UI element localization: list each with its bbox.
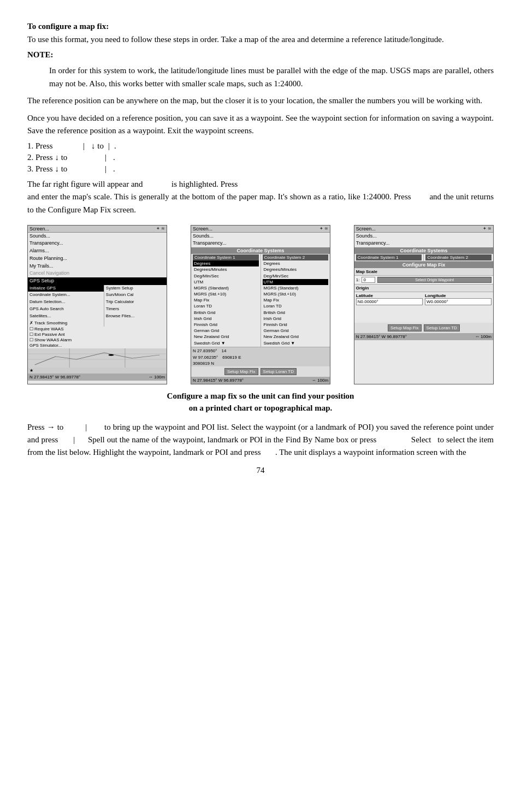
step-2-dot: . (113, 153, 115, 162)
screen2-coord1: Coordinate System 1 Degrees Degrees/Minu… (191, 254, 261, 347)
screen2-coord-row: Coordinate System 1 Degrees Degrees/Minu… (191, 254, 330, 347)
screen2-c2-mapfix: Map Fix (263, 297, 329, 303)
step-3-dot: . (113, 164, 115, 174)
screen1-waas4: GPS Simulator... (29, 343, 165, 348)
screen2-c2-irish: Irish Grid (263, 316, 329, 322)
screen2-irish: Irish Grid (193, 316, 259, 322)
screen3-cfg-section: Configure Map Fix (354, 262, 493, 268)
screen1-submenu-left: Initialize GPS Coordinate System... Datu… (28, 285, 104, 327)
screen3-scale-prefix: 1: (356, 277, 360, 282)
screen1-sounds: Sounds... (28, 233, 167, 240)
step-3-label: 3. Press ↓ to (27, 164, 98, 174)
screen2-c2-british: British Grid (263, 310, 329, 316)
step-1-label: 1. Press (27, 141, 76, 151)
screen3-select-origin-btn[interactable]: Select Origin Waypoint (377, 277, 492, 283)
screen2-c2-mgrs10: MGRS (Std.+10) (263, 291, 329, 297)
screen1-map-area (28, 348, 167, 368)
screen2-btns: Setup Map Fix Setup Loran TD (191, 366, 330, 377)
para3-part2: is highlighted. Press (171, 180, 238, 188)
para3: The far right figure will appear and is … (27, 178, 494, 216)
screen3-setup-map-fix[interactable]: Setup Map Fix (388, 324, 422, 331)
screen3-btns: Setup Map Fix Setup Loran TD (354, 323, 493, 333)
screen3-lon-dir: W (427, 299, 431, 304)
screen1-trails: My Trails... (28, 263, 167, 270)
screen1-system: System Setup (104, 285, 167, 292)
para4-bar: | (85, 423, 87, 431)
screen2-c2-nz: New Zealand Grid (263, 334, 329, 340)
caption-line1: Configure a map fix so the unit can find… (167, 392, 354, 400)
screen2-c2-degmin: Degrees/Minutes (263, 266, 329, 272)
note-heading: NOTE: (27, 50, 494, 60)
svg-point-4 (108, 354, 114, 356)
screen3-coord1-hdr: Coordinate System 1 (354, 254, 424, 261)
screen3-lat-val: 0.00000° (361, 299, 378, 304)
screen2-coords-bottom: N 27.98415° W 96.89778° ↔ 100m (191, 377, 330, 384)
screen3-map-scale-row: Map Scale (354, 268, 493, 276)
screen3-transparency: Transparency... (354, 240, 493, 247)
screen1-coord: Coordinate System... (28, 292, 104, 299)
screen3-origin-label: Origin (356, 286, 369, 291)
steps-list: 1. Press | ↓ to | . 2. Press ↓ to | . 3.… (27, 141, 494, 174)
screen3-lon-col: Longitude W 0.00000° (425, 293, 492, 305)
screen1-browse: Browse Files... (104, 313, 167, 320)
screen2-degminsec: Deg/Min/Sec (193, 273, 259, 279)
screen2-transparency: Transparency... (191, 240, 330, 247)
screen2-coord2-header: Coordinate System 2 (263, 254, 329, 260)
screen2-setup-map-fix[interactable]: Setup Map Fix (224, 368, 258, 375)
para3-part1: The far right figure will appear and (27, 180, 143, 188)
caption-line2: on a printed chart or topographical map. (189, 404, 333, 412)
section-heading: To configure a map fix: (27, 22, 494, 31)
screen2-setup-loran[interactable]: Setup Loran TD (260, 368, 297, 375)
screen3-coord2-hdr: Coordinate System 2 (424, 254, 493, 261)
intro-text: To use this format, you need to follow t… (27, 33, 494, 46)
screen3-coord1-header: Coordinate System 1 (356, 254, 422, 260)
screen3-coord2-header: Coordinate System 2 (425, 254, 492, 260)
gps-screen-3: Screen... ✦ ≋ Sounds... Transparency... … (354, 225, 494, 384)
screen3-lat-lon-row: Latitude N 0.00000° Longitude W 0.00000° (354, 292, 493, 306)
gps-screen-2: Screen... ✦ ≋ Sounds... Transparency... … (191, 225, 330, 384)
step-1-bar1: | (83, 141, 85, 151)
screen3-sounds: Sounds... (354, 233, 493, 240)
screen2-section: Coordinate Systems (191, 247, 330, 254)
screen2-loran: Loran TD (193, 303, 259, 309)
para4: Press → to | to bring up the waypoint an… (27, 421, 494, 459)
screen1-gps-setup: GPS Setup (28, 277, 167, 285)
screen2-british: British Grid (193, 310, 259, 316)
page-number: 74 (27, 466, 494, 475)
screen2-header: Screen... ✦ ≋ (191, 226, 330, 233)
screen1-submenu-right: System Setup Sun/Moon Cal Trip Calculato… (104, 285, 167, 327)
screen3-lon-val: 0.00000° (430, 299, 448, 304)
screen3-icon: ✦ ≋ (483, 226, 492, 231)
screen3-lat-col: Latitude N 0.00000° (356, 293, 423, 305)
step-2-bar: | (105, 153, 106, 162)
caption: Configure a map fix so the unit can find… (27, 390, 494, 414)
screen3-spacer (354, 306, 493, 323)
screen2-finnish: Finnish Grid (193, 322, 259, 328)
screen2-bottom-vals2: W 97.06235° 690819 E (191, 354, 330, 360)
screen2-nz: New Zealand Grid (193, 334, 259, 340)
step-1-arrow: ↓ to (91, 141, 104, 151)
screen3-scale-input[interactable] (362, 277, 375, 283)
screen1-alarms: Alarms... (28, 247, 167, 255)
screen1-icon: ✦ ≋ (156, 226, 165, 231)
para3-part3: and enter the map's scale. This is gener… (27, 192, 411, 201)
screen3-coords-bottom: N 27.98415° W 96.89778° ↔ 100m (354, 333, 493, 340)
screen2-mgrs: MGRS (Standard) (193, 285, 259, 291)
note-block: In order for this system to work, the la… (49, 64, 494, 90)
screen2-degmin: Degrees/Minutes (193, 266, 259, 272)
screen2-c2-german: German Grid (263, 328, 329, 334)
screen2-bottom-vals: N 27.83950° 14 (191, 347, 330, 354)
screen2-c2-utm: UTM (263, 279, 329, 285)
screen2-c2-swedish: Swedish Grid ▼ (263, 340, 329, 346)
screen3-lon-label: Longitude (425, 293, 492, 298)
screen1-coords-bottom: N 27.98415° W 96.89778° ↔ 100m (28, 374, 167, 381)
screen1-header: Screen... ✦ ≋ (28, 226, 167, 233)
screen1-transparency: Transparency... (28, 240, 167, 247)
screen3-lat-label: Latitude (356, 293, 423, 298)
screen1-route: Route Planning... (28, 255, 167, 263)
screen3-origin-section: Origin (354, 285, 493, 292)
step-3: 3. Press ↓ to | . (27, 164, 494, 174)
screen3-setup-loran[interactable]: Setup Loran TD (424, 324, 460, 331)
screen1-auto: GPS Auto Search (28, 306, 104, 313)
screen2-c2-degminsec: Deg/Min/Sec (263, 273, 329, 279)
